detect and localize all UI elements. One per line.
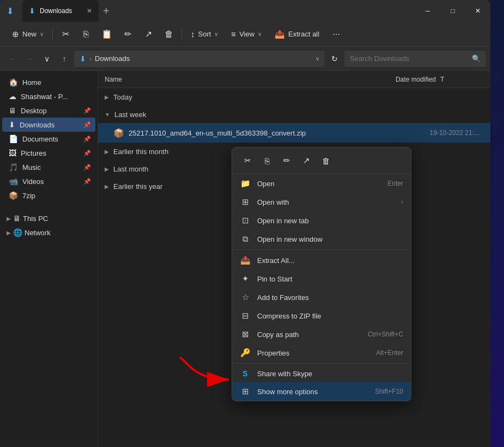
path-bar[interactable]: ⬇ › Downloads ∨ [74,51,325,67]
new-tab-button[interactable]: + [103,5,110,17]
minimize-button[interactable]: ─ [415,0,440,22]
share-button[interactable]: ↗ [139,25,157,44]
paste-button[interactable]: 📋 [98,25,116,44]
sidebar-item-music[interactable]: 🎵 Music 📌 [2,160,95,174]
sort-label: Sort [198,30,211,38]
sort-button[interactable]: ↕ Sort ∨ [185,26,223,42]
cm-open-shortcut: Enter [387,180,403,187]
new-dropdown-icon: ∨ [40,31,44,37]
expand-arrow-this-pc: ▶ [7,216,11,222]
cm-open-with-icon: ⊞ [240,197,251,207]
cm-skype-icon: S [240,369,251,378]
cm-item-add-favorites[interactable]: ☆ Add to Favorites [232,288,411,307]
cm-add-favorites-icon: ☆ [240,292,251,302]
cm-item-open-new-tab[interactable]: ⊡ Open in new tab [232,211,411,230]
delete-button[interactable]: 🗑 [160,25,178,44]
sidebar-item-7zip[interactable]: 📦 7zip [2,188,95,203]
extract-button[interactable]: 📤 Extract all [269,26,325,42]
group-today[interactable]: ▶ Today [98,88,490,106]
new-label: New [22,30,37,38]
cm-item-open-with[interactable]: ⊞ Open with › [232,193,411,211]
downloads-icon: ⬇ [9,120,15,129]
search-bar[interactable]: 🔍 [344,51,486,67]
dropdown-button[interactable]: ∨ [39,51,54,66]
group-last-week[interactable]: ▼ Last week [98,106,490,123]
pin-icon-desktop: 📌 [83,107,91,114]
cm-item-open-new-window[interactable]: ⧉ Open in new window [232,230,411,248]
more-button[interactable]: ··· [327,25,345,44]
cm-cut-button[interactable]: ✂ [239,152,256,169]
group-earlier-year-label: Earlier this year [113,182,162,191]
cm-delete-button[interactable]: 🗑 [317,152,335,169]
cm-open-with-arrow: › [401,198,403,206]
documents-icon: 📄 [9,134,18,143]
sidebar-item-network[interactable]: ▶ 🌐 Network [2,225,95,240]
cm-properties-shortcut: Alt+Enter [376,349,403,357]
cm-open-new-window-icon: ⧉ [240,234,251,244]
cm-item-extract-all[interactable]: 📤 Extract All... [232,251,411,270]
copy-button[interactable]: ⎘ [77,25,95,44]
refresh-button[interactable]: ↻ [327,51,342,66]
cm-pin-start-label: Pin to Start [257,275,403,283]
cm-compress-icon: ⊟ [240,311,251,321]
back-button[interactable]: ← [4,51,20,66]
cm-item-show-more[interactable]: ⊞ Show more options Shift+F10 [232,382,411,401]
cm-item-copy-path[interactable]: ⊠ Copy as path Ctrl+Shift+C [232,325,411,344]
tab-area: ⬇ Downloads ✕ + [22,0,110,22]
sidebar-item-this-pc-label: This PC [23,215,48,223]
7zip-icon: 📦 [9,191,18,200]
path-folder-icon: ⬇ [80,54,86,63]
sidebar-item-videos-label: Videos [22,177,44,186]
tab-close-button[interactable]: ✕ [87,7,92,15]
toolbar-sep-1 [52,29,53,40]
new-button[interactable]: ⊕ New ∨ [7,26,49,42]
toolbar-sep-2 [181,29,182,40]
cm-item-properties[interactable]: 🔑 Properties Alt+Enter [232,344,411,362]
cm-item-share-skype[interactable]: S Share with Skype [232,365,411,382]
videos-icon: 📹 [9,177,18,186]
cm-open-with-label: Open with [257,198,394,206]
forward-button[interactable]: → [22,51,37,66]
tab-downloads[interactable]: ⬇ Downloads ✕ [22,0,99,22]
cm-show-more-icon: ⊞ [240,387,251,396]
pin-icon-pictures: 📌 [83,150,91,157]
cut-button[interactable]: ✂ [56,25,75,44]
sidebar-item-downloads-label: Downloads [20,121,54,129]
search-input[interactable] [350,54,469,63]
file-row-zip[interactable]: 📦 25217.1010_amd64_en-us_multi_5d363398_… [98,123,490,143]
window-icon: ⬇ [7,6,14,16]
sidebar-item-pictures[interactable]: 🖼 Pictures 📌 [2,146,95,160]
rename-button[interactable]: ✏ [118,25,137,44]
sidebar-item-documents[interactable]: 📄 Documents 📌 [2,132,95,146]
sidebar-item-videos[interactable]: 📹 Videos 📌 [2,174,95,188]
sidebar-item-home-label: Home [22,78,41,87]
up-button[interactable]: ↑ [57,51,72,66]
pin-icon-documents: 📌 [83,136,91,143]
cm-share-button[interactable]: ↗ [297,152,315,169]
view-button[interactable]: ≡ View ∨ [226,26,267,42]
cm-separator-1 [232,249,411,250]
cm-item-open[interactable]: 📁 Open Enter [232,174,411,193]
file-list-header: Name Date modified T [98,71,490,88]
maximize-button[interactable]: □ [440,0,465,22]
cm-properties-icon: 🔑 [240,348,251,358]
sidebar-item-desktop[interactable]: 🖥 Desktop 📌 [2,103,95,118]
cm-open-new-tab-label: Open in new tab [257,217,403,225]
sidebar-item-onedrive[interactable]: ☁ Shashwat - P... [2,89,95,103]
tab-icon: ⬇ [29,7,35,15]
address-bar: ← → ∨ ↑ ⬇ › Downloads ∨ ↻ 🔍 [0,47,490,71]
cm-rename-button[interactable]: ✏ [278,152,295,169]
cm-item-compress-zip[interactable]: ⊟ Compress to ZIP file [232,307,411,325]
sidebar-item-downloads[interactable]: ⬇ Downloads 📌 [2,118,95,132]
sidebar-item-home[interactable]: 🏠 Home [2,75,95,89]
sidebar-item-this-pc[interactable]: ▶ 🖥 This PC [2,211,95,225]
this-pc-icon: 🖥 [13,214,21,223]
cm-show-more-label: Show more options [257,388,368,396]
onedrive-icon: ☁ [9,92,16,101]
network-icon: 🌐 [13,228,22,237]
group-last-month-arrow: ▶ [105,166,109,172]
close-button[interactable]: ✕ [465,0,490,22]
cm-copy-button[interactable]: ⎘ [258,152,276,169]
cm-item-pin-start[interactable]: ✦ Pin to Start [232,270,411,288]
extract-icon: 📤 [275,29,285,39]
